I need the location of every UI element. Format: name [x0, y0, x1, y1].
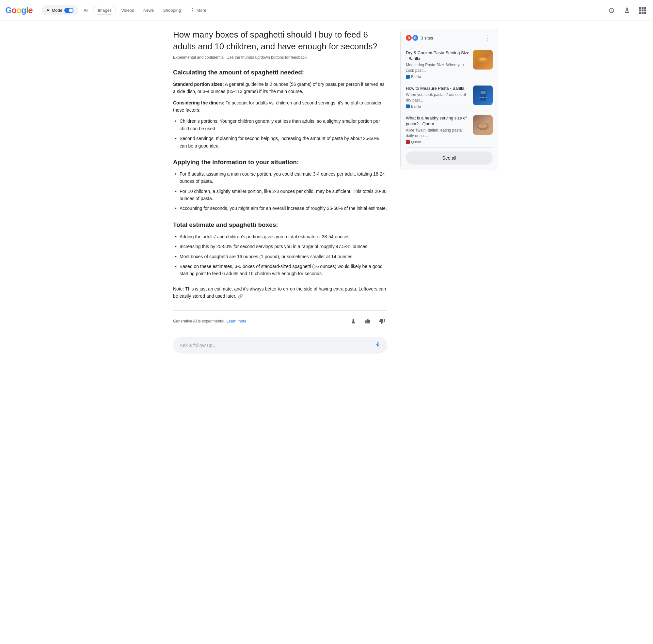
- apps-icon[interactable]: [637, 5, 648, 16]
- source-text-1: Dry & Cooked Pasta Serving Size - Barill…: [406, 50, 470, 79]
- list-item: Increasing this by 25-50% for second ser…: [173, 243, 387, 250]
- paragraph-standard-portions: Standard portion sizes: A general guidel…: [173, 81, 387, 95]
- list-item: Accounting for seconds, you might aim fo…: [173, 205, 387, 212]
- source-item-2[interactable]: How to Measure Pasta - Barilla When you …: [406, 82, 493, 112]
- flask-feedback-icon[interactable]: [348, 316, 359, 326]
- main-container: How many boxes of spaghetti should I buy…: [147, 21, 506, 361]
- thumbs-up-button[interactable]: [362, 316, 373, 326]
- header: Google AI Mode All Images Videos News Sh…: [0, 0, 653, 21]
- list-item: Most boxes of spaghetti are 16 ounces (1…: [173, 253, 387, 260]
- source-thumbnail-2: BARILLA: [473, 85, 493, 105]
- link-icon[interactable]: 🔗: [238, 293, 243, 300]
- source-text-2: How to Measure Pasta - Barilla When you …: [406, 85, 470, 108]
- ai-footer-text: Generative AI is experimental. Learn mor…: [173, 319, 246, 323]
- site-icons: B B: [406, 35, 419, 41]
- bullet-list-situation: For 6 adults, assuming a main course por…: [173, 170, 387, 212]
- source-snippet-2: When you cook pasta, 2 ounces of dry pas…: [406, 92, 470, 103]
- flask-icon[interactable]: [622, 5, 632, 16]
- list-item: Based on these estimates, 3-5 boxes of s…: [173, 263, 387, 277]
- source-snippet-1: Measuring Pasta Size. When you cook past…: [406, 63, 470, 73]
- list-item: For 10 children, a slightly smaller port…: [173, 188, 387, 202]
- source-item-1[interactable]: Dry & Cooked Pasta Serving Size - Barill…: [406, 47, 493, 82]
- history-icon[interactable]: [606, 5, 616, 16]
- section-heading-3: Total estimate and spaghetti boxes:: [173, 221, 387, 228]
- followup-container: [173, 331, 387, 361]
- see-all-button[interactable]: See all: [406, 151, 493, 165]
- followup-input[interactable]: [179, 342, 371, 348]
- experimental-note: Experimental and confidential. Use the t…: [173, 55, 387, 60]
- thumbs-down-button[interactable]: [377, 316, 387, 326]
- section-heading-2: Applying the information to your situati…: [173, 158, 387, 166]
- source-title-2: How to Measure Pasta - Barilla: [406, 85, 470, 91]
- grid-icon: [639, 7, 646, 14]
- svg-text:BARILLA: BARILLA: [479, 97, 487, 99]
- svg-point-9: [480, 124, 485, 126]
- list-item: For 6 adults, assuming a main course por…: [173, 170, 387, 185]
- ai-mode-toggle[interactable]: [64, 8, 73, 13]
- bullet-list-total: Adding the adults' and children's portio…: [173, 233, 387, 277]
- source-thumbnail-3: [473, 115, 493, 135]
- list-item: Second servings: If planning for second …: [173, 135, 387, 149]
- bullet-list-factors: Children's portions: Younger children ge…: [173, 118, 387, 149]
- ai-footer: Generative AI is experimental. Learn mor…: [173, 311, 387, 331]
- images-tab[interactable]: Images: [93, 6, 116, 15]
- learn-more-link[interactable]: Learn more: [226, 319, 246, 323]
- barilla-favicon-1: [406, 75, 410, 79]
- shopping-tab[interactable]: Shopping: [159, 6, 185, 15]
- more-sources-button[interactable]: ⋮: [483, 34, 493, 42]
- sources-header: B B 3 sites ⋮: [406, 34, 493, 42]
- sources-card: B B 3 sites ⋮ Dry & Cooked Pasta Serving…: [400, 29, 498, 170]
- ai-mode-tab[interactable]: AI Mode: [42, 5, 78, 15]
- source-text-3: What is a healthy serving size of pasta?…: [406, 115, 470, 144]
- question-title: How many boxes of spaghetti should I buy…: [173, 29, 387, 53]
- all-tab[interactable]: All: [80, 6, 92, 15]
- source-site-1: Barilla: [406, 75, 470, 79]
- nav-tabs: AI Mode All Images Videos News Shopping …: [42, 5, 600, 15]
- ai-mode-label: AI Mode: [47, 8, 63, 13]
- site-icon-blue: B: [412, 35, 418, 41]
- svg-point-2: [479, 58, 485, 60]
- sources-header-left: B B 3 sites: [406, 35, 433, 41]
- content-area: How many boxes of spaghetti should I buy…: [173, 29, 387, 361]
- list-item: Adding the adults' and children's portio…: [173, 233, 387, 240]
- site-icon-red: B: [406, 35, 412, 41]
- ai-footer-actions: [348, 316, 387, 326]
- more-tab[interactable]: ⋮ More: [186, 5, 210, 15]
- source-thumbnail-1: [473, 50, 493, 70]
- bold-label-standard: Standard portion sizes:: [173, 82, 224, 87]
- source-snippet-3: Alice Twain. Italian, eating pasta daily…: [406, 128, 470, 139]
- barilla-favicon-2: [406, 104, 410, 108]
- section-heading-1: Calculating the amount of spaghetti need…: [173, 69, 387, 76]
- paragraph-considering-diners: Considering the diners: To account for a…: [173, 99, 387, 114]
- google-logo: Google: [5, 5, 33, 15]
- list-item: Children's portions: Younger children ge…: [173, 118, 387, 132]
- followup-input-wrapper: [173, 337, 387, 353]
- sidebar: B B 3 sites ⋮ Dry & Cooked Pasta Serving…: [400, 29, 498, 361]
- source-title-1: Dry & Cooked Pasta Serving Size - Barill…: [406, 50, 470, 62]
- videos-tab[interactable]: Videos: [117, 6, 138, 15]
- news-tab[interactable]: News: [139, 6, 158, 15]
- svg-rect-4: [480, 91, 485, 94]
- quora-favicon: [406, 140, 410, 144]
- source-title-3: What is a healthy serving size of pasta?…: [406, 115, 470, 127]
- header-right: [606, 5, 648, 16]
- microphone-icon[interactable]: [375, 341, 381, 349]
- source-site-3: Quora: [406, 140, 470, 144]
- source-item-3[interactable]: What is a healthy serving size of pasta?…: [406, 112, 493, 148]
- source-site-2: Barilla: [406, 104, 470, 108]
- note-text: Note: This is just an estimate, and it's…: [173, 285, 387, 300]
- bold-label-diners: Considering the diners:: [173, 100, 224, 105]
- sources-count: 3 sites: [421, 35, 433, 41]
